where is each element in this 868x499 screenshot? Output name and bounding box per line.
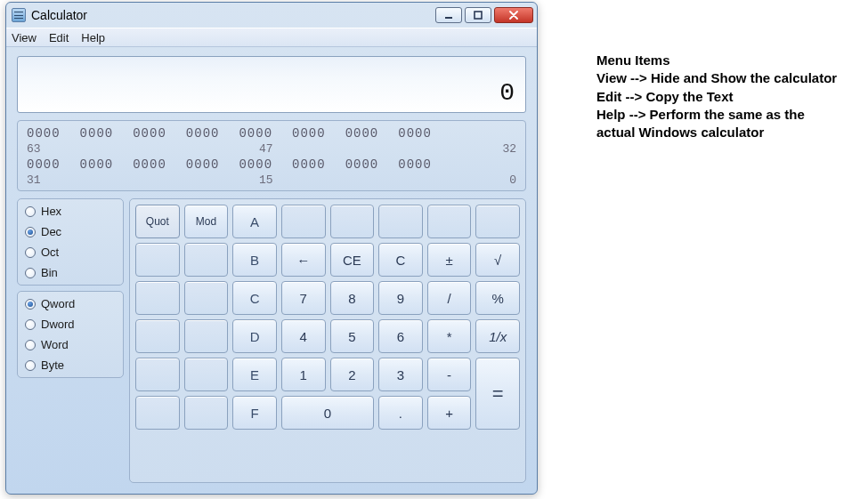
clear-entry-button[interactable]: CE [330,243,375,277]
clear-button[interactable]: C [378,243,423,277]
blank-button[interactable] [135,243,180,277]
reciprocal-button[interactable]: 1/x [475,319,520,353]
key-2[interactable]: 2 [330,358,375,391]
bit-group: 0000 [27,157,61,172]
menu-view[interactable]: View [12,31,37,44]
annotation-text: Menu Items View --> Hide and Show the ca… [596,52,837,141]
result-display: 0 [17,56,526,113]
key-4[interactable]: 4 [281,319,326,353]
svg-rect-1 [475,12,482,19]
blank-button[interactable] [184,396,229,430]
radio-byte[interactable]: Byte [25,358,116,372]
key-7[interactable]: 7 [281,281,326,315]
bit-index: 0 [491,173,516,187]
menu-help[interactable]: Help [81,31,105,44]
bit-group: 0000 [186,126,220,141]
key-e[interactable]: E [232,358,277,391]
bit-panel: 0000 0000 0000 0000 0000 0000 0000 0000 … [17,120,526,191]
subtract-button[interactable]: - [427,358,472,391]
minimize-button[interactable] [435,7,462,23]
blank-button[interactable] [135,281,180,315]
menu-edit[interactable]: Edit [49,31,69,44]
bit-group: 0000 [133,157,166,172]
radio-label: Dword [41,318,75,331]
decimal-button[interactable]: . [378,396,423,430]
blank-button[interactable] [184,243,229,277]
bit-row-1: 0000 0000 0000 0000 0000 0000 0000 0000 [27,126,516,141]
radio-dec[interactable]: Dec [25,225,116,238]
key-9[interactable]: 9 [378,281,423,315]
bit-group: 0000 [80,157,114,172]
radio-label: Word [41,338,69,351]
percent-button[interactable]: % [475,281,520,315]
radio-word[interactable]: Word [25,338,116,351]
radio-hex[interactable]: Hex [25,205,116,218]
key-3[interactable]: 3 [378,358,423,391]
work-area: Hex Dec Oct Bin Qword Dword Word Byte Qu… [17,198,526,483]
radio-label: Qword [41,297,75,310]
blank-button[interactable] [330,205,375,238]
radio-bin[interactable]: Bin [25,266,116,279]
radio-label: Oct [41,245,59,259]
quot-button[interactable]: Quot [135,205,180,238]
bit-index: 63 [27,142,41,156]
window-title: Calculator [31,8,87,22]
keypad-grid: Quot Mod A B ← CE C ± √ [135,205,520,477]
add-button[interactable]: + [427,396,472,430]
blank-button[interactable] [184,281,229,315]
sqrt-button[interactable]: √ [475,243,520,277]
bit-group: 0000 [345,126,379,141]
radio-oct[interactable]: Oct [25,245,116,259]
maximize-button[interactable] [465,7,491,23]
bit-labels-1: 63 47 32 [27,142,516,156]
multiply-button[interactable]: * [427,319,472,353]
bit-group: 0000 [292,157,326,172]
bit-group: 0000 [239,157,272,172]
radio-label: Byte [41,358,64,372]
key-5[interactable]: 5 [330,319,375,353]
key-0[interactable]: 0 [281,396,374,430]
display-value: 0 [499,79,515,107]
radio-label: Dec [41,225,61,238]
menu-bar: View Edit Help [6,28,537,47]
annotation-line: Edit --> Copy the Text [596,88,837,106]
blank-button[interactable] [135,319,180,353]
blank-button[interactable] [135,358,180,391]
blank-button[interactable] [427,205,472,238]
key-d[interactable]: D [232,319,277,353]
bit-group: 0000 [186,157,220,172]
key-b[interactable]: B [232,243,277,277]
divide-button[interactable]: / [427,281,472,315]
mod-button[interactable]: Mod [184,205,229,238]
annotation-title: Menu Items [596,52,837,69]
backspace-button[interactable]: ← [281,243,326,277]
key-6[interactable]: 6 [378,319,423,353]
radio-dword[interactable]: Dword [25,318,116,331]
annotation-line: View --> Hide and Show the calculator [596,69,837,87]
blank-button[interactable] [184,319,229,353]
blank-button[interactable] [135,396,180,430]
bit-group: 0000 [27,126,61,141]
blank-button[interactable] [281,205,326,238]
bit-group: 0000 [292,126,326,141]
key-a[interactable]: A [232,205,277,238]
close-button[interactable] [494,7,533,23]
bit-group: 0000 [133,126,166,141]
bit-index: 31 [27,173,41,187]
bit-group: 0000 [345,157,379,172]
key-1[interactable]: 1 [281,358,326,391]
radio-qword[interactable]: Qword [25,297,116,310]
radio-label: Hex [41,205,61,218]
plus-minus-button[interactable]: ± [427,243,472,277]
bit-group: 0000 [398,157,432,172]
key-f[interactable]: F [232,396,277,430]
left-column: Hex Dec Oct Bin Qword Dword Word Byte [17,198,124,483]
blank-button[interactable] [184,358,229,391]
bit-index: 15 [41,173,491,187]
key-8[interactable]: 8 [330,281,375,315]
equals-button[interactable]: = [475,358,520,430]
blank-button[interactable] [378,205,423,238]
key-c[interactable]: C [232,281,277,315]
blank-button[interactable] [475,205,520,238]
titlebar[interactable]: Calculator [6,3,537,28]
